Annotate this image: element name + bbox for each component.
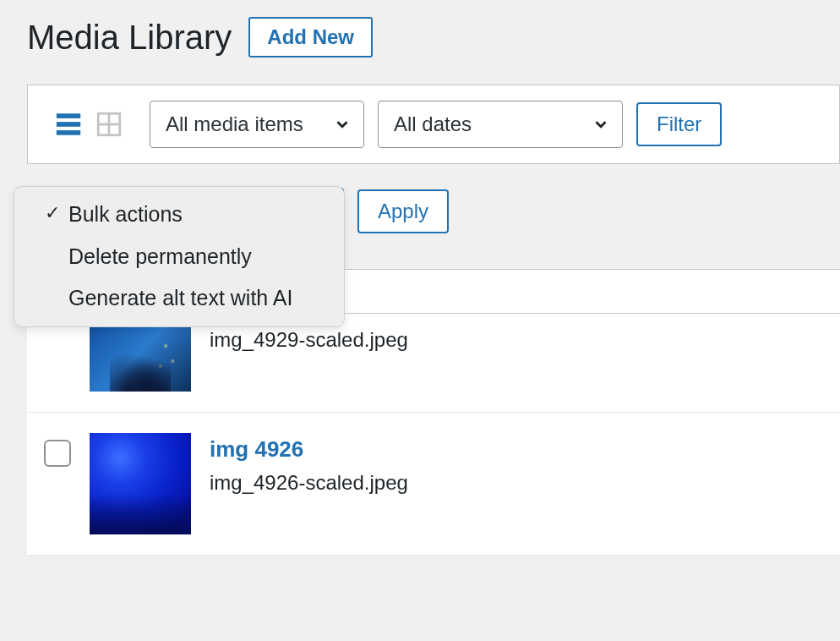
page-title: Media Library bbox=[27, 19, 232, 57]
table-row: img 4926 img_4926-scaled.jpeg bbox=[27, 413, 840, 556]
apply-button[interactable]: Apply bbox=[357, 189, 449, 233]
filters-bar: All media items All dates Filter bbox=[27, 85, 840, 164]
svg-rect-2 bbox=[57, 130, 80, 135]
add-new-button[interactable]: Add New bbox=[248, 17, 373, 58]
dates-select[interactable]: All dates bbox=[378, 101, 623, 148]
filter-button[interactable]: Filter bbox=[636, 102, 722, 146]
chevron-down-icon bbox=[333, 115, 352, 134]
page-header: Media Library Add New bbox=[27, 17, 840, 58]
grid-view-button[interactable] bbox=[92, 107, 126, 141]
grid-icon bbox=[95, 110, 123, 139]
list-view-button[interactable] bbox=[52, 107, 85, 141]
media-filename: img_4929-scaled.jpeg bbox=[210, 328, 408, 352]
row-checkbox[interactable] bbox=[44, 440, 71, 467]
dropdown-option-bulk-actions[interactable]: Bulk actions bbox=[14, 194, 344, 236]
svg-rect-0 bbox=[57, 113, 80, 118]
dropdown-option-delete-permanently[interactable]: Delete permanently bbox=[14, 236, 344, 278]
dropdown-option-generate-alt-text[interactable]: Generate alt text with AI bbox=[14, 277, 344, 320]
media-info: img 4926 img_4926-scaled.jpeg bbox=[210, 433, 408, 495]
media-title-link[interactable]: img 4926 bbox=[210, 436, 408, 463]
chevron-down-icon bbox=[592, 115, 610, 134]
bulk-actions-dropdown: Bulk actions Delete permanently Generate… bbox=[14, 186, 345, 327]
media-filename: img_4926-scaled.jpeg bbox=[210, 471, 408, 495]
media-type-select[interactable]: All media items bbox=[150, 101, 364, 148]
media-type-value: All media items bbox=[166, 112, 303, 136]
dates-value: All dates bbox=[394, 112, 472, 136]
list-icon bbox=[54, 110, 83, 139]
media-thumbnail[interactable] bbox=[90, 433, 191, 534]
bulk-actions-row: Apply Bulk actions Delete permanently Ge… bbox=[27, 188, 840, 235]
view-toggle bbox=[52, 107, 126, 141]
svg-rect-1 bbox=[57, 122, 80, 127]
